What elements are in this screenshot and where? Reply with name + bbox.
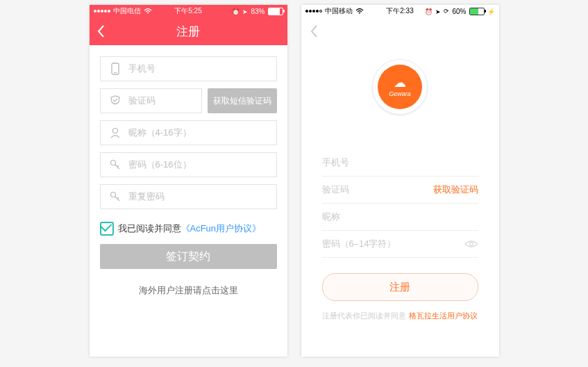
placeholder-text: 密码（6–14字符） — [322, 238, 464, 250]
battery-icon — [469, 8, 485, 15]
submit-button[interactable]: 签订契约 — [100, 244, 277, 269]
clock-label: 下午2:33 — [386, 6, 413, 16]
page-title: 注册 — [176, 24, 200, 40]
screen-acfun-register: 中国电信 下午5:25 83% 注册 手机号 — [90, 5, 287, 357]
wifi-icon — [355, 8, 364, 15]
phone-input[interactable]: 手机号 — [100, 56, 277, 81]
brand-logo: ☁ Gewara — [301, 59, 499, 115]
status-bar: 中国移动 下午2:33 ⟳ 60% — [301, 5, 499, 17]
password-input[interactable]: 密码（6–14字符） — [322, 231, 478, 258]
back-button[interactable] — [310, 24, 318, 38]
key-icon — [108, 159, 123, 170]
terms-link[interactable]: 格瓦拉生活用户协议 — [409, 311, 478, 320]
carrier-label: 中国电信 — [113, 6, 141, 16]
nav-header — [301, 17, 499, 45]
nav-header: 注册 — [90, 17, 287, 45]
svg-point-5 — [469, 243, 473, 246]
password-confirm-input[interactable]: 重复密码 — [100, 184, 277, 209]
placeholder-text: 手机号 — [322, 156, 478, 169]
agreement-row: 我已阅读并同意 《AcFun用户协议》 — [100, 222, 277, 236]
placeholder-text: 密码（6-16位） — [128, 158, 269, 171]
svg-point-3 — [110, 161, 115, 165]
battery-pct-label: 60% — [452, 8, 466, 15]
carrier-label: 中国移动 — [325, 6, 353, 16]
user-icon — [108, 127, 123, 138]
get-sms-code-button[interactable]: 获取短信验证码 — [208, 88, 277, 113]
placeholder-text: 验证码 — [322, 184, 433, 196]
phone-input[interactable]: 手机号 — [322, 149, 478, 177]
alarm-icon — [425, 8, 432, 15]
placeholder-text: 验证码 — [128, 95, 194, 107]
placeholder-text: 昵称（4-16字） — [128, 127, 269, 139]
agree-checkbox[interactable] — [100, 222, 114, 236]
alarm-icon — [232, 8, 240, 15]
password-input[interactable]: 密码（6-16位） — [100, 152, 277, 177]
code-input[interactable]: 验证码 获取验证码 — [322, 177, 478, 204]
nickname-input[interactable]: 昵称 — [322, 204, 478, 231]
disclaimer: 注册代表你已阅读并同意 格瓦拉生活用户协议 — [322, 311, 478, 321]
placeholder-text: 重复密码 — [128, 190, 269, 203]
submit-button[interactable]: 注册 — [322, 273, 478, 301]
svg-rect-1 — [114, 72, 117, 73]
status-bar: 中国电信 下午5:25 83% — [90, 5, 287, 17]
key-icon — [108, 191, 123, 202]
nickname-input[interactable]: 昵称（4-16字） — [100, 120, 277, 145]
battery-icon — [268, 8, 283, 15]
wifi-icon — [144, 8, 152, 15]
location-icon — [435, 8, 441, 15]
placeholder-text: 手机号 — [128, 63, 269, 75]
location-icon — [242, 8, 248, 15]
disclaimer-prefix: 注册代表你已阅读并同意 — [322, 311, 406, 320]
agree-prefix: 我已阅读并同意 — [118, 222, 181, 235]
toggle-password-visibility[interactable] — [464, 240, 478, 248]
clock-label: 下午5:25 — [174, 6, 201, 16]
placeholder-text: 昵称 — [322, 211, 478, 223]
terms-link[interactable]: 《AcFun用户协议》 — [181, 222, 262, 235]
screen-gewara-register: 中国移动 下午2:33 ⟳ 60% ☁ Gewara 手机号 — [301, 5, 499, 357]
code-input[interactable]: 验证码 — [100, 88, 202, 113]
svg-point-2 — [112, 129, 117, 133]
rotation-lock-icon: ⟳ — [444, 8, 449, 15]
svg-point-4 — [110, 193, 115, 197]
overseas-link[interactable]: 海外用户注册请点击这里 — [100, 284, 277, 297]
get-code-button[interactable]: 获取验证码 — [433, 184, 478, 196]
signal-dots-icon — [305, 10, 322, 13]
chevron-left-icon — [310, 24, 318, 38]
phone-icon — [108, 63, 123, 75]
charging-icon — [487, 8, 495, 15]
back-button[interactable] — [96, 24, 105, 38]
signal-dots-icon — [94, 10, 110, 13]
logo-text: Gewara — [389, 90, 411, 97]
eye-icon — [464, 240, 478, 248]
shield-icon — [108, 95, 123, 106]
chevron-left-icon — [96, 24, 105, 38]
battery-pct-label: 83% — [251, 8, 264, 15]
logo-mascot-icon: ☁ — [394, 76, 406, 89]
